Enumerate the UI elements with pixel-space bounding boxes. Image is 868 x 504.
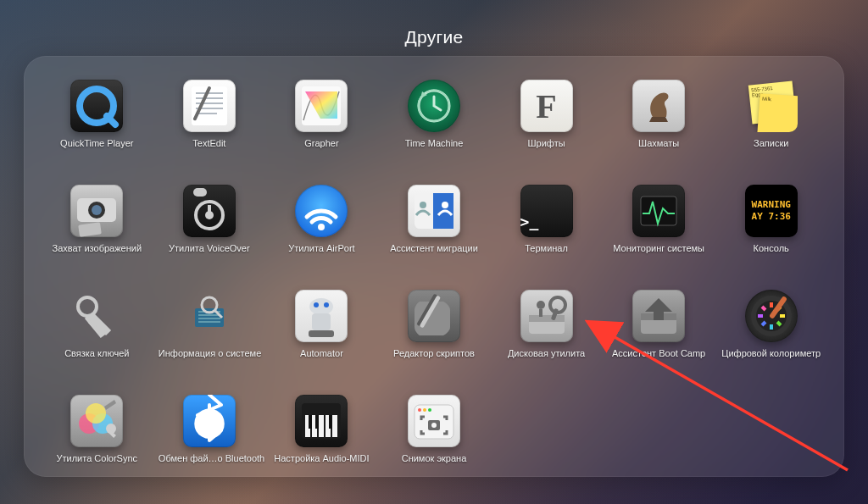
colorsync-icon (70, 395, 123, 447)
app-label: Терминал (525, 243, 568, 253)
svg-rect-71 (329, 415, 332, 429)
svg-line-54 (762, 322, 765, 325)
app-label: Grapher (304, 138, 338, 148)
disk-utility-icon (520, 290, 573, 342)
app-grapher[interactable]: Grapher (269, 80, 375, 180)
svg-point-75 (428, 408, 431, 412)
app-label: Утилита ColorSync (57, 453, 138, 463)
app-label: QuickTime Player (60, 138, 133, 148)
app-airport-utility[interactable]: Утилита AirPort (269, 185, 375, 285)
app-audio-midi-setup[interactable]: Настройка Audio-MIDI (269, 395, 375, 495)
svg-point-13 (92, 205, 102, 215)
app-label: Обмен фай…о Bluetooth (159, 453, 260, 463)
textedit-icon (183, 80, 236, 132)
chess-icon (632, 80, 685, 132)
svg-rect-68 (332, 415, 337, 437)
app-label: TextEdit (192, 138, 225, 148)
app-label: Ассистент миграции (390, 243, 478, 253)
svg-rect-70 (315, 415, 319, 429)
activity-monitor-icon (632, 185, 685, 237)
svg-rect-41 (529, 315, 565, 322)
svg-point-44 (537, 301, 545, 309)
svg-point-23 (420, 202, 426, 208)
app-terminal[interactable]: >_ Терминал (493, 185, 599, 285)
app-voiceover-utility[interactable]: Утилита VoiceOver (157, 185, 263, 285)
app-label: Настройка Audio-MIDI (274, 453, 369, 463)
app-label: Снимок экрана (402, 453, 467, 463)
folder-title: Другие (0, 27, 868, 47)
screenshot-icon (408, 395, 460, 447)
app-label: Мониторинг системы (613, 243, 704, 253)
app-label: Утилита AirPort (288, 243, 354, 253)
grapher-icon (295, 80, 348, 132)
svg-rect-36 (312, 313, 331, 330)
app-label: Дисковая утилита (508, 348, 585, 358)
image-capture-icon (70, 185, 123, 237)
app-label: Цифровой колориметр (721, 348, 821, 358)
app-script-editor[interactable]: Редактор скриптов (381, 290, 487, 390)
app-console[interactable]: WARNING AY 7:36 Консоль (718, 185, 824, 285)
app-label: Захват изображений (53, 243, 142, 253)
svg-rect-15 (193, 188, 207, 197)
app-keychain-access[interactable]: Связка ключей (44, 290, 150, 390)
svg-line-56 (762, 307, 765, 310)
app-textedit[interactable]: TextEdit (157, 80, 263, 180)
app-activity-monitor[interactable]: Мониторинг системы (606, 185, 712, 285)
svg-point-19 (318, 224, 325, 230)
svg-rect-66 (319, 415, 324, 437)
app-bluetooth-file-exchange[interactable]: ⬤ Обмен фай…о Bluetooth (157, 395, 263, 495)
stickies-icon: 555-7361Eggs Milk (745, 80, 798, 132)
svg-point-33 (309, 298, 333, 315)
app-stickies[interactable]: 555-7361Eggs Milk Записки (718, 80, 824, 180)
app-label: Ассистент Boot Camp (612, 348, 705, 358)
svg-rect-14 (78, 222, 102, 236)
app-label: Automator (300, 348, 343, 358)
migration-assistant-icon (408, 185, 460, 237)
time-machine-icon (408, 80, 460, 132)
launchpad-folder-panel: QuickTime Player TextEdit Grapher Time M… (24, 56, 844, 477)
svg-point-74 (423, 408, 426, 412)
app-quicktime-player[interactable]: QuickTime Player (44, 80, 150, 180)
app-screenshot[interactable]: Снимок экрана (381, 395, 487, 495)
app-disk-utility[interactable]: Дисковая утилита (493, 290, 599, 390)
app-digital-color-meter[interactable]: Цифровой колориметр (718, 290, 824, 390)
app-label: Записки (754, 138, 788, 148)
audio-midi-icon (295, 395, 348, 447)
svg-rect-26 (195, 308, 224, 327)
app-automator[interactable]: Automator (269, 290, 375, 390)
system-information-icon (183, 290, 236, 342)
app-system-information[interactable]: Информация о системе (157, 290, 263, 390)
keychain-icon (70, 290, 123, 342)
svg-point-22 (442, 202, 448, 208)
svg-line-52 (777, 322, 781, 325)
svg-rect-69 (309, 415, 312, 429)
svg-point-77 (431, 423, 437, 428)
app-colorsync-utility[interactable]: Утилита ColorSync (44, 395, 150, 495)
automator-icon (295, 290, 348, 342)
console-icon: WARNING AY 7:36 (745, 185, 798, 237)
script-editor-icon (408, 290, 460, 342)
font-book-icon: F (520, 80, 573, 132)
app-migration-assistant[interactable]: Ассистент миграции (381, 185, 487, 285)
boot-camp-icon (632, 290, 685, 342)
app-chess[interactable]: Шахматы (606, 80, 712, 180)
app-label: Утилита VoiceOver (169, 243, 250, 253)
app-boot-camp-assistant[interactable]: Ассистент Boot Camp (606, 290, 712, 390)
app-label: Информация о системе (159, 348, 260, 358)
quicktime-icon (70, 80, 123, 132)
app-font-book[interactable]: F Шрифты (493, 80, 599, 180)
app-label: Шахматы (638, 138, 679, 148)
svg-point-34 (314, 302, 319, 307)
airport-icon (295, 185, 348, 237)
app-grid: QuickTime Player TextEdit Grapher Time M… (44, 80, 824, 495)
svg-rect-37 (309, 330, 334, 337)
app-label: Связка ключей (64, 348, 129, 358)
app-time-machine[interactable]: Time Machine (381, 80, 487, 180)
voiceover-icon (183, 185, 236, 237)
app-label: Редактор скриптов (393, 348, 475, 358)
app-image-capture[interactable]: Захват изображений (44, 185, 150, 285)
app-label: Шрифты (528, 138, 565, 148)
svg-point-60 (86, 403, 106, 424)
digital-color-meter-icon (745, 290, 798, 342)
svg-rect-1 (192, 86, 227, 125)
